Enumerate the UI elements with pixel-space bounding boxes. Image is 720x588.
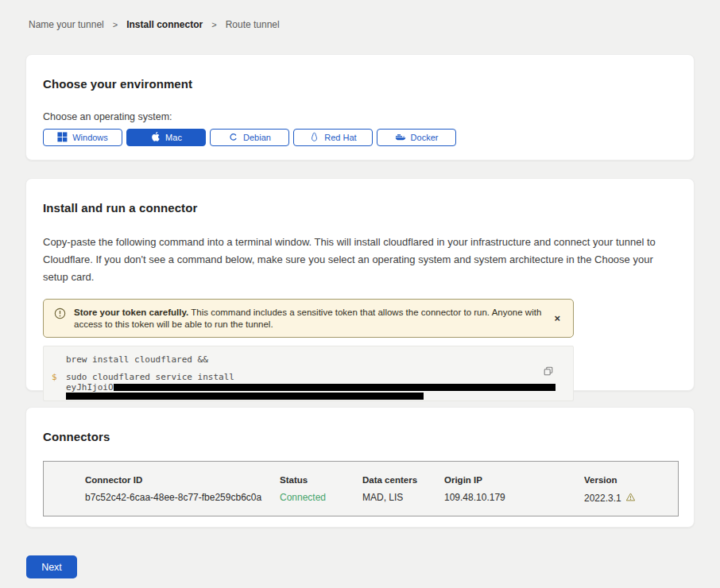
connectors-card: Connectors Connector ID b7c52c42-6caa-48…	[25, 407, 695, 528]
warning-title: Store your token carefully.	[74, 308, 188, 317]
connectors-table: Connector ID b7c52c42-6caa-48ee-8c77-fbe…	[43, 461, 679, 516]
os-select-label: Choose an operating system:	[43, 111, 677, 122]
breadcrumb-separator: >	[113, 20, 118, 29]
token-prefix: eyJhIjoiO	[66, 382, 114, 393]
install-description: Copy-paste the following command into a …	[43, 234, 675, 286]
table-column-version: Version 2022.3.1	[584, 475, 678, 516]
column-header: Version	[584, 475, 678, 485]
choose-environment-card: Choose your environment Choose an operat…	[25, 54, 695, 161]
redaction-bar	[66, 393, 424, 400]
column-header: Connector ID	[85, 475, 280, 485]
table-column-origin-ip: Origin IP 109.48.10.179	[444, 475, 584, 516]
breadcrumb-step-route-tunnel[interactable]: Route tunnel	[226, 19, 280, 30]
os-button-mac[interactable]: Mac	[126, 129, 206, 146]
breadcrumb-step-name-tunnel[interactable]: Name your tunnel	[29, 19, 104, 30]
os-button-label: Debian	[243, 133, 271, 142]
os-button-label: Red Hat	[324, 133, 356, 142]
token-warning-banner: Store your token carefully. This command…	[43, 299, 574, 338]
data-centers-value: MAD, LIS	[362, 492, 444, 503]
os-button-debian[interactable]: Debian	[210, 129, 289, 146]
os-button-label: Windows	[72, 133, 108, 142]
code-command-text: sudo cloudflared service install	[66, 372, 234, 382]
environment-card-title: Choose your environment	[43, 77, 677, 91]
redhat-icon	[309, 132, 319, 144]
debian-icon	[228, 132, 238, 144]
install-connector-card: Install and run a connector Copy-paste t…	[25, 178, 695, 391]
warning-message: Store your token carefully. This command…	[74, 306, 541, 331]
token-line: eyJhIjoiO	[66, 382, 573, 392]
column-header: Data centers	[362, 475, 444, 485]
table-column-connector-id: Connector ID b7c52c42-6caa-48ee-8c77-fbe…	[85, 475, 280, 516]
os-button-docker[interactable]: Docker	[377, 129, 456, 146]
table-column-data-centers: Data centers MAD, LIS	[362, 475, 444, 516]
os-button-label: Mac	[165, 133, 182, 142]
windows-icon	[57, 132, 68, 144]
os-button-label: Docker	[411, 133, 439, 142]
install-command-codeblock: brew install cloudflared && $sudo cloudf…	[43, 346, 574, 401]
apple-icon	[150, 131, 161, 144]
docker-icon	[395, 132, 406, 143]
column-header: Status	[280, 475, 362, 485]
column-header: Origin IP	[444, 475, 584, 485]
connector-id-value: b7c52c42-6caa-48ee-8c77-fbe259cb6c0a	[85, 492, 280, 503]
code-line-service-install: $sudo cloudflared service install	[66, 372, 573, 382]
status-badge: Connected	[280, 492, 362, 503]
breadcrumb-step-install-connector[interactable]: Install connector	[126, 19, 203, 30]
version-value: 2022.3.1	[584, 492, 678, 505]
breadcrumb-separator: >	[211, 20, 216, 29]
os-button-windows[interactable]: Windows	[43, 129, 122, 146]
redaction-bar	[114, 384, 555, 391]
install-card-title: Install and run a connector	[43, 201, 677, 215]
next-button[interactable]: Next	[26, 555, 77, 578]
warning-triangle-icon	[625, 492, 636, 505]
version-number: 2022.3.1	[584, 493, 621, 504]
code-line-brew: brew install cloudflared &&	[66, 354, 573, 365]
breadcrumb: Name your tunnel > Install connector > R…	[0, 0, 720, 30]
origin-ip-value: 109.48.10.179	[444, 492, 584, 503]
copy-icon[interactable]	[543, 366, 554, 379]
table-column-status: Status Connected	[280, 475, 362, 516]
alert-circle-icon	[54, 308, 66, 323]
connectors-card-title: Connectors	[43, 430, 677, 443]
close-icon[interactable]: ×	[549, 311, 565, 325]
os-button-redhat[interactable]: Red Hat	[293, 129, 373, 146]
os-button-group: Windows Mac Debian Red Hat Docker	[43, 129, 677, 146]
shell-prompt: $	[52, 372, 57, 382]
